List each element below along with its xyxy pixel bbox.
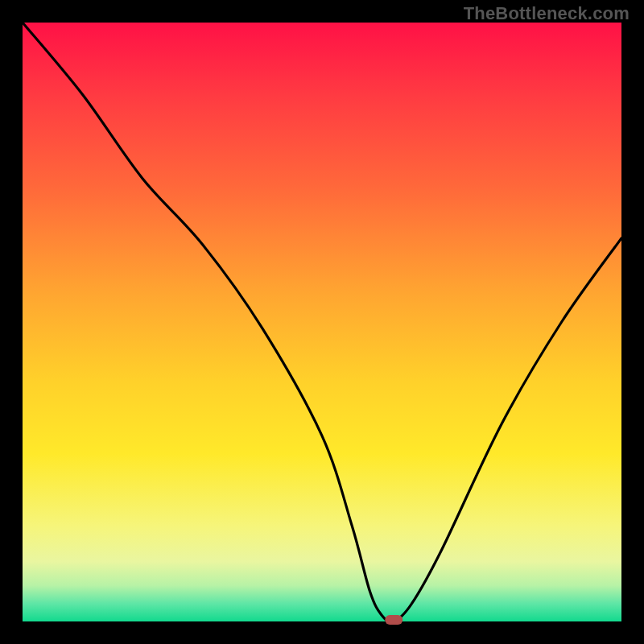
chart-svg: [23, 23, 621, 621]
plot-area: [23, 23, 621, 621]
bottleneck-curve: [23, 23, 621, 622]
min-marker: [385, 615, 402, 625]
chart-frame: TheBottleneck.com: [0, 0, 644, 644]
watermark-text: TheBottleneck.com: [464, 3, 630, 24]
